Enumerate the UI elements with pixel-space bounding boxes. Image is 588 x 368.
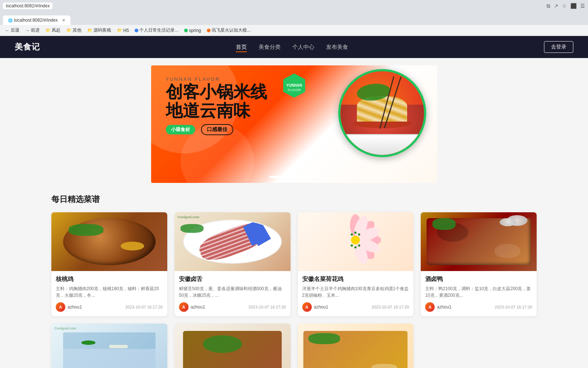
avatar-4: A <box>425 302 435 312</box>
bookmarks-bar: ← 后退 → 前进 📁 凤起 📁 其他 📁 源码客栈 📁 H5 个人日常生活记录… <box>0 25 588 36</box>
date-2: 2023-10-07 16:17:20 <box>248 305 286 309</box>
bookmark-source[interactable]: 📁 源码客栈 <box>85 26 113 34</box>
indicator-2[interactable] <box>282 176 293 178</box>
forward-icon: → <box>25 28 30 33</box>
bookmark-xunfei[interactable]: 讯飞星火认知大模... <box>205 26 253 34</box>
green-dot-icon <box>184 29 188 32</box>
folder-icon: 📁 <box>66 28 72 33</box>
recipe-desc-2: 鲜猪舌500克，葱、姜各适量调味料绍酒500克，酱油50克，冰糖25克，... <box>179 285 286 299</box>
tab-close-icon[interactable]: ✕ <box>62 18 65 23</box>
section-title: 每日精选菜谱 <box>51 194 537 205</box>
recipe-image-2: Coolgoal.com <box>175 212 291 271</box>
bookmark-fengqi[interactable]: 📁 凤起 <box>43 26 63 34</box>
recipe-footer-4: A azhou1 2023-10-07 16:17:20 <box>425 302 532 312</box>
recipe-name-2: 安徽卤舌 <box>179 275 286 283</box>
indicator-1[interactable] <box>269 176 280 178</box>
svg-point-16 <box>358 245 360 247</box>
login-button[interactable]: 去登录 <box>544 41 573 53</box>
browser-url[interactable]: localhost:8082/#/index <box>3 3 52 9</box>
banner-sticker: YUNNAN FLAVOR <box>281 73 307 100</box>
author-4: azhou1 <box>437 304 451 310</box>
recipe-image-4 <box>421 212 537 271</box>
nav-links: 首页 美食分类 个人中心 发布美食 <box>236 42 348 52</box>
brand-logo[interactable]: 美食记 <box>15 42 40 53</box>
banner-container: YUNNAN FLAVOR 创客小锅米线 地道云南味 小碟食材 口感最佳 YUN… <box>151 65 437 183</box>
bookmark-spring[interactable]: spring <box>182 27 203 34</box>
folder-icon: 📁 <box>87 28 92 33</box>
recipe-card-2[interactable]: Coolgoal.com 安徽卤舌 鲜猪舌500克，葱、姜各适量调味料绍酒500… <box>175 212 291 316</box>
banner-title-line2: 地道云南味 <box>166 101 267 120</box>
avatar-2: A <box>179 302 189 312</box>
banner-food-image <box>338 69 426 157</box>
recipe-card-6[interactable]: A azhou1 2023-10-07 16:17:20 <box>175 324 291 368</box>
tab-favicon: 🌐 <box>8 18 12 22</box>
svg-point-17 <box>354 246 357 249</box>
svg-point-14 <box>354 232 357 234</box>
indicator-3[interactable] <box>296 176 306 178</box>
svg-point-13 <box>358 234 360 236</box>
recipe-grid: 核桃鸡 主料：鸡胸脯肉200克，核桃180克，辅料：鲜香菇20克，火腿20克，冬… <box>51 212 537 368</box>
svg-point-11 <box>351 236 360 245</box>
nav-profile[interactable]: 个人中心 <box>292 42 314 52</box>
recipe-name-3: 安徽名菜荷花鸡 <box>302 275 409 283</box>
avatar-3: A <box>302 302 312 312</box>
recipe-section: 每日精选菜谱 核桃鸡 主料：鸡胸脯肉200克，核桃180克，辅料：鲜香菇20克，… <box>0 183 588 368</box>
recipe-image-3 <box>298 212 414 271</box>
screenshot-icon[interactable]: ⧉ <box>547 3 550 9</box>
recipe-image-1 <box>51 212 167 271</box>
bookmark-back[interactable]: ← 后退 <box>3 26 22 34</box>
bookmark-forward[interactable]: → 前进 <box>23 26 42 34</box>
recipe-card-5[interactable]: Coolgoal.com A azhou1 2023-10-07 16:17:2… <box>51 324 167 368</box>
recipe-name-4: 酒卤鸭 <box>425 275 532 283</box>
active-tab[interactable]: 🌐 localhost:8082/#/index ✕ <box>3 15 70 25</box>
banner-bottom-row: 小碟食材 口感最佳 <box>166 124 267 135</box>
svg-text:YUNNAN: YUNNAN <box>286 83 302 87</box>
nav-home[interactable]: 首页 <box>236 42 247 52</box>
recipe-footer-1: A azhou1 2023-10-07 16:17:20 <box>56 302 163 312</box>
share-icon[interactable]: ↗ <box>554 3 558 9</box>
avatar-1: A <box>56 302 65 312</box>
indicator-4[interactable] <box>309 176 319 178</box>
banner-tag1: 小碟食材 <box>166 125 195 134</box>
bookmark-other[interactable]: 📁 其他 <box>64 26 84 34</box>
star-icon[interactable]: ☆ <box>562 3 567 9</box>
recipe-image-6 <box>175 324 291 368</box>
recipe-footer-2: A azhou1 2023-10-07 16:17:20 <box>179 302 286 312</box>
banner-tag2: 口感最佳 <box>201 124 233 135</box>
back-icon: ← <box>5 28 10 33</box>
recipe-name-1: 核桃鸡 <box>56 275 163 283</box>
extension-icon[interactable]: ⬛ <box>570 3 577 9</box>
recipe-card-3[interactable]: 安徽名菜荷花鸡 洋葱半个土豆半个鸡胸脯肉100克青豆多粒鸡蛋1个食盐2克胡椒粉、… <box>298 212 414 316</box>
banner-subtitle: YUNNAN FLAVOR <box>166 76 267 82</box>
recipe-card-4[interactable]: 酒卤鸭 主料：鸭2100克，调料：盐10克，白皮大蒜200克，姜10克，黄酒20… <box>421 212 537 316</box>
banner: YUNNAN FLAVOR 创客小锅米线 地道云南味 小碟食材 口感最佳 YUN… <box>151 65 437 183</box>
bookmark-h5[interactable]: 📁 H5 <box>115 27 131 34</box>
recipe-body-2: 安徽卤舌 鲜猪舌500克，葱、姜各适量调味料绍酒500克，酱油50克，冰糖25克… <box>175 271 291 316</box>
banner-indicators <box>269 176 319 178</box>
browser-tabs: 🌐 localhost:8082/#/index ✕ <box>0 12 588 25</box>
recipe-card-1[interactable]: 核桃鸡 主料：鸡胸脯肉200克，核桃180克，辅料：鲜香菇20克，火腿20克，冬… <box>51 212 167 316</box>
orange-dot-icon <box>207 29 211 32</box>
recipe-desc-4: 主料：鸭2100克，调料：盐10克，白皮大蒜200克，姜10克，黄酒200克..… <box>425 285 532 299</box>
nav-publish[interactable]: 发布美食 <box>326 42 348 52</box>
recipe-footer-3: A azhou1 2023-10-07 16:17:20 <box>302 302 409 312</box>
recipe-body-3: 安徽名菜荷花鸡 洋葱半个土豆半个鸡胸脯肉100克青豆多粒鸡蛋1个食盐2克胡椒粉、… <box>298 271 414 316</box>
date-3: 2023-10-07 16:17:20 <box>372 305 409 309</box>
recipe-desc-1: 主料：鸡胸脯肉200克，核桃180克，辅料：鲜香菇20克，火腿20克，冬... <box>56 285 163 299</box>
folder-icon: 📁 <box>45 28 51 33</box>
banner-text-area: YUNNAN FLAVOR 创客小锅米线 地道云南味 小碟食材 口感最佳 <box>166 76 267 135</box>
nav-category[interactable]: 美食分类 <box>259 42 281 52</box>
recipe-body-4: 酒卤鸭 主料：鸭2100克，调料：盐10克，白皮大蒜200克，姜10克，黄酒20… <box>421 271 537 316</box>
author-2: azhou1 <box>191 304 205 310</box>
tab-label: localhost:8082/#/index <box>14 18 58 23</box>
recipe-card-7[interactable]: A azhou1 2023-10-07 16:17:20 <box>298 324 414 368</box>
recipe-image-7 <box>298 324 414 368</box>
banner-title-line1: 创客小锅米线 <box>166 83 267 101</box>
browser-titlebar: localhost:8082/#/index ⧉ ↗ ☆ ⬛ ☰ <box>0 0 588 12</box>
bookmark-diary[interactable]: 个人日常生活记录... <box>132 26 180 34</box>
recipe-desc-3: 洋葱半个土豆半个鸡胸脯肉100克青豆多粒鸡蛋1个食盐2克胡椒粉、玉米... <box>302 285 409 299</box>
menu-icon[interactable]: ☰ <box>580 3 585 9</box>
author-3: azhou1 <box>314 304 328 310</box>
recipe-body-1: 核桃鸡 主料：鸡胸脯肉200克，核桃180克，辅料：鲜香菇20克，火腿20克，冬… <box>51 271 167 316</box>
date-1: 2023-10-07 16:17:20 <box>125 305 163 309</box>
